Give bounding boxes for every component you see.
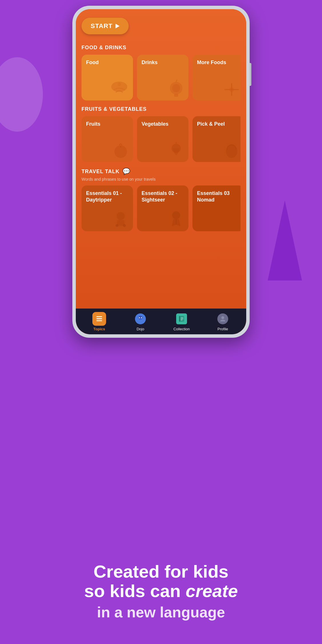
drinks-card[interactable]: Drinks (137, 55, 188, 100)
dojo-icon-bg (134, 312, 147, 326)
tagline-line1: Created for kids (23, 562, 299, 581)
food-card[interactable]: Food (82, 55, 133, 100)
svg-point-14 (116, 224, 118, 227)
vegetables-card-title: Vegetables (142, 121, 184, 127)
svg-rect-20 (96, 320, 102, 321)
svg-point-24 (139, 317, 140, 318)
svg-point-16 (172, 211, 180, 219)
profile-icon (217, 313, 228, 324)
pick-peel-card-title: Pick & Peel (197, 121, 239, 127)
tagline-container: Created for kids so kids can create in a… (0, 562, 322, 621)
food-card-title: Food (86, 59, 128, 66)
essentials03-card-title: Essentials 03 Nomad (197, 190, 239, 204)
nav-profile[interactable]: Profile (202, 312, 243, 331)
topics-nav-label: Topics (94, 327, 105, 331)
svg-rect-4 (174, 94, 178, 97)
collection-icon-bg (175, 312, 188, 326)
fruits-vegetables-cards-row: Fruits Vegetables Pick (82, 116, 240, 162)
tagline-highlight: create (186, 581, 238, 601)
fruits-vegetables-section-label: FRUITS & VEGETABLES (82, 106, 240, 112)
start-label: START (91, 22, 113, 30)
pick-peel-card-icon (222, 140, 240, 160)
dojo-nav-label: Dojo (137, 327, 144, 331)
svg-point-3 (172, 84, 180, 92)
vegetables-card[interactable]: Vegetables (137, 116, 188, 162)
more-foods-card[interactable]: More Foods (192, 55, 240, 100)
book-icon (176, 313, 187, 324)
essentials02-card[interactable]: Essentials 02 - Sightseer (137, 185, 188, 231)
fruits-card-icon (111, 140, 131, 160)
speech-bubble-icon: 💬 (122, 168, 130, 175)
svg-rect-27 (179, 316, 180, 322)
essentials01-card-title: Essentials 01 - Daytripper (86, 190, 128, 204)
ninja-icon (135, 313, 146, 324)
play-icon (116, 24, 120, 28)
drinks-card-title: Drinks (142, 59, 184, 66)
pick-peel-card[interactable]: Pick & Peel (192, 116, 240, 162)
tagline-line2: so kids can create (23, 581, 299, 601)
profile-icon-bg (216, 312, 230, 326)
essentials01-card-icon (111, 209, 131, 229)
bottom-navigation: Topics Dojo (76, 309, 246, 334)
fruits-card-title: Fruits (86, 121, 128, 127)
essentials02-card-icon (166, 209, 186, 229)
essentials01-card[interactable]: Essentials 01 - Daytripper (82, 185, 133, 231)
more-foods-card-icon (222, 81, 240, 98)
bg-decoration-right (256, 200, 313, 280)
topics-icon (96, 315, 103, 323)
tagline-line3: in a new language (23, 603, 299, 621)
nav-dojo[interactable]: Dojo (120, 312, 161, 331)
svg-rect-19 (96, 318, 102, 319)
svg-point-7 (229, 87, 234, 92)
svg-rect-18 (96, 316, 102, 317)
drinks-card-icon (166, 78, 186, 98)
bg-decoration-left (0, 57, 43, 132)
topics-icon-bg (92, 312, 106, 326)
fruits-card[interactable]: Fruits (82, 116, 133, 162)
nav-topics[interactable]: Topics (79, 312, 120, 331)
start-button[interactable]: START (82, 18, 129, 34)
food-drinks-cards-row: Food Drinks (82, 55, 240, 100)
vegetables-card-icon (166, 140, 186, 160)
svg-point-31 (221, 316, 224, 319)
travel-talk-header: TRAVEL TALK 💬 (82, 168, 240, 175)
nav-collection[interactable]: Collection (161, 312, 202, 331)
svg-point-15 (123, 224, 126, 227)
svg-point-12 (117, 212, 125, 220)
essentials03-card[interactable]: Essentials 03 Nomad (192, 185, 240, 231)
food-card-icon (108, 78, 131, 98)
svg-point-25 (141, 317, 142, 318)
phone-screen: START FOOD & DRINKS Food Drin (76, 9, 246, 334)
collection-nav-label: Collection (173, 327, 190, 331)
food-drinks-section-label: FOOD & DRINKS (82, 45, 240, 51)
phone-button-right (250, 63, 251, 86)
screen-content: START FOOD & DRINKS Food Drin (76, 9, 246, 309)
essentials02-card-title: Essentials 02 - Sightseer (142, 190, 184, 204)
phone-frame: START FOOD & DRINKS Food Drin (72, 6, 250, 338)
travel-talk-cards-row: Essentials 01 - Daytripper Essentials 02… (82, 185, 240, 231)
svg-point-11 (226, 144, 237, 158)
travel-talk-subtitle: Words and phrases to use on your travels (82, 177, 240, 181)
travel-talk-title: TRAVEL TALK (82, 169, 120, 175)
profile-nav-label: Profile (218, 327, 228, 331)
more-foods-card-title: More Foods (197, 59, 239, 66)
tagline-line2-text: so kids can (84, 581, 186, 601)
